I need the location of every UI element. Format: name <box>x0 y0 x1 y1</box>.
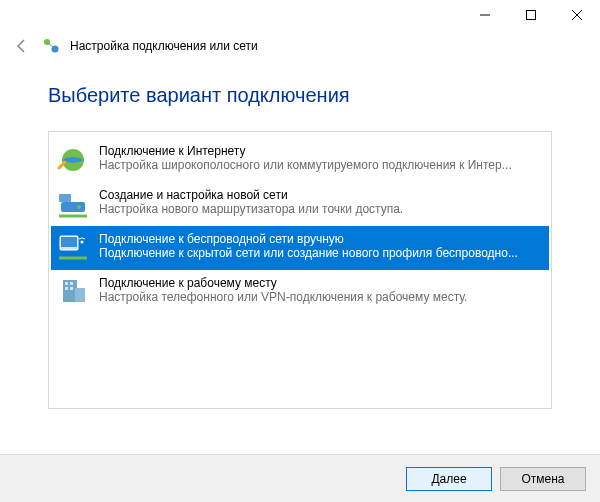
option-subtitle: Подключение к скрытой сети или создание … <box>99 246 541 260</box>
svg-rect-1 <box>527 11 536 20</box>
back-button[interactable] <box>12 36 32 56</box>
option-subtitle: Настройка нового маршрутизатора или точк… <box>99 202 541 216</box>
titlebar <box>0 0 600 32</box>
svg-rect-17 <box>65 282 68 285</box>
option-workplace[interactable]: Подключение к рабочему месту Настройка т… <box>51 270 549 314</box>
svg-rect-18 <box>70 282 73 285</box>
globe-icon <box>57 144 89 176</box>
close-button[interactable] <box>554 0 600 30</box>
header-bar: Настройка подключения или сети <box>0 32 600 64</box>
option-title: Подключение к беспроводной сети вручную <box>99 232 541 246</box>
svg-rect-21 <box>75 288 85 302</box>
network-wizard-icon <box>42 37 60 55</box>
option-title: Подключение к Интернету <box>99 144 541 158</box>
option-setup-network[interactable]: Создание и настройка новой сети Настройк… <box>51 182 549 226</box>
option-title: Подключение к рабочему месту <box>99 276 541 290</box>
option-subtitle: Настройка широкополосного или коммутируе… <box>99 158 541 172</box>
svg-rect-8 <box>61 202 85 212</box>
option-manual-wireless[interactable]: Подключение к беспроводной сети вручную … <box>51 226 549 270</box>
maximize-button[interactable] <box>508 0 554 30</box>
window-title: Настройка подключения или сети <box>70 39 258 53</box>
option-subtitle: Настройка телефонного или VPN-подключени… <box>99 290 541 304</box>
svg-rect-19 <box>65 287 68 290</box>
svg-point-10 <box>77 205 81 209</box>
next-button[interactable]: Далее <box>406 467 492 491</box>
workplace-icon <box>57 276 89 308</box>
svg-rect-13 <box>61 237 77 247</box>
router-icon <box>57 188 89 220</box>
cancel-button[interactable]: Отмена <box>500 467 586 491</box>
content-area: Выберите вариант подключения Подключение… <box>0 64 600 409</box>
svg-point-15 <box>81 241 84 244</box>
svg-rect-9 <box>59 194 71 202</box>
svg-line-6 <box>48 43 54 48</box>
svg-rect-20 <box>70 287 73 290</box>
minimize-button[interactable] <box>462 0 508 30</box>
page-heading: Выберите вариант подключения <box>48 84 552 107</box>
footer-bar: Далее Отмена <box>0 454 600 502</box>
wireless-manual-icon <box>57 232 89 264</box>
option-title: Создание и настройка новой сети <box>99 188 541 202</box>
option-connect-internet[interactable]: Подключение к Интернету Настройка широко… <box>51 138 549 182</box>
connection-options-list: Подключение к Интернету Настройка широко… <box>48 131 552 409</box>
